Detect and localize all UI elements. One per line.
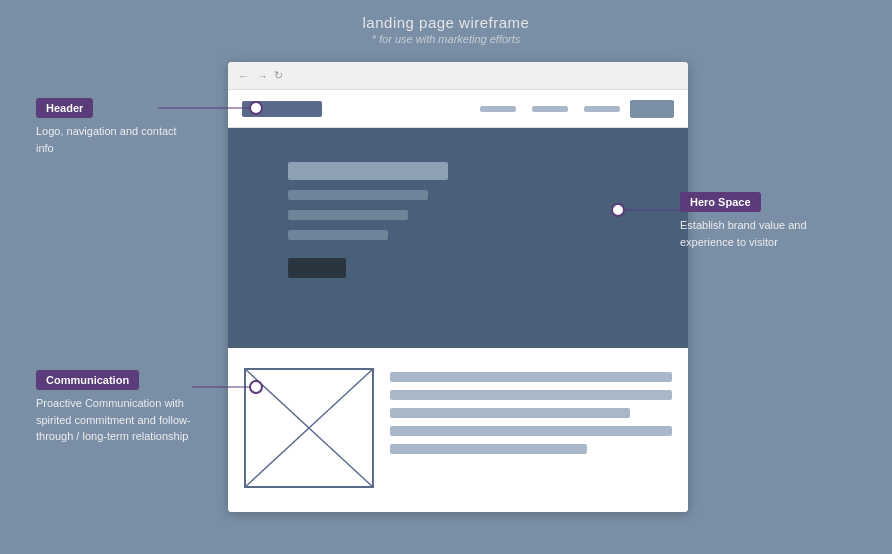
wf-nav-item-1 xyxy=(480,106,516,112)
communication-badge: Communication xyxy=(36,370,139,390)
wf-hero-sub2 xyxy=(288,210,408,220)
hero-badge: Hero Space xyxy=(680,192,761,212)
wf-hero-cta-btn xyxy=(288,258,346,278)
hero-desc: Establish brand value and experience to … xyxy=(680,217,840,250)
wireframe-hero-section xyxy=(228,128,688,348)
hero-annotation: Hero Space Establish brand value and exp… xyxy=(680,192,840,250)
page-title: landing page wireframe xyxy=(0,14,892,31)
forward-arrow-icon: → xyxy=(257,70,268,82)
communication-desc: Proactive Communication with spirited co… xyxy=(36,395,196,445)
browser-chrome: ← → ↻ xyxy=(228,62,688,90)
refresh-icon: ↻ xyxy=(274,69,283,82)
wf-text-line-3 xyxy=(390,408,630,418)
wf-image-x-svg xyxy=(246,370,372,486)
wf-image-placeholder xyxy=(244,368,374,488)
browser-frame: ← → ↻ xyxy=(228,62,688,512)
back-arrow-icon: ← xyxy=(238,70,249,82)
wf-nav-item-2 xyxy=(532,106,568,112)
header-badge: Header xyxy=(36,98,93,118)
wf-nav-item-3 xyxy=(584,106,620,112)
wf-text-line-4 xyxy=(390,426,672,436)
wf-cta-button xyxy=(630,100,674,118)
page-title-area: landing page wireframe * for use with ma… xyxy=(0,0,892,45)
wf-text-line-1 xyxy=(390,372,672,382)
wf-content-text xyxy=(390,368,672,508)
page-subtitle: * for use with marketing efforts xyxy=(0,33,892,45)
wf-logo-placeholder xyxy=(242,101,322,117)
wf-hero-sub3 xyxy=(288,230,388,240)
wf-hero-sub1 xyxy=(288,190,428,200)
header-annotation: Header Logo, navigation and contact info xyxy=(36,98,196,156)
wf-hero-title-bar xyxy=(288,162,448,180)
header-desc: Logo, navigation and contact info xyxy=(36,123,196,156)
wf-text-line-5 xyxy=(390,444,587,454)
wf-text-line-2 xyxy=(390,390,672,400)
wireframe-content-section xyxy=(228,348,688,512)
wireframe-header xyxy=(228,90,688,128)
communication-annotation: Communication Proactive Communication wi… xyxy=(36,370,196,445)
